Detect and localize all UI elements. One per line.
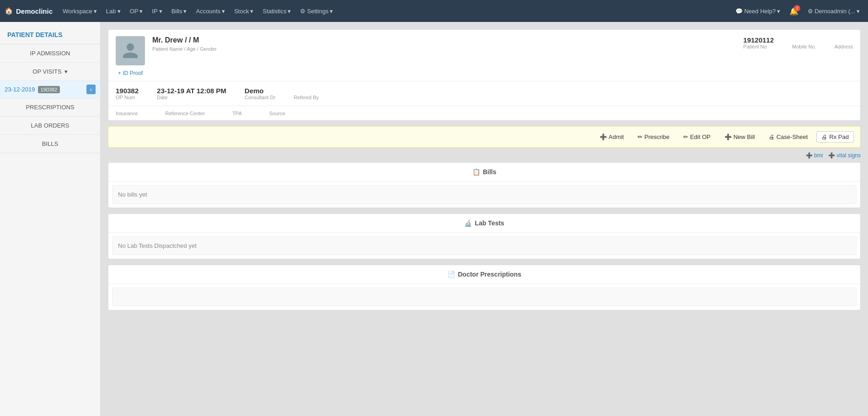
patient-right-info: 19120112 Patient No Mobile No. Address [743,36,853,49]
bills-title: Bills [483,168,497,176]
bills-icon: 📋 [472,168,480,176]
nav-bills-label: Bills [171,8,182,15]
chevron-down-icon: ▾ [159,8,162,15]
bills-empty: No bills yet [112,185,857,204]
consultant-label: Consultant Dr [245,95,275,100]
new-bill-button[interactable]: ➕ New Bill [719,131,760,143]
avatar [116,36,145,65]
info-reference-center: Reference Center [165,110,205,117]
nav-statistics[interactable]: Statistics ▾ [259,5,295,17]
admit-label: Admit [609,133,624,140]
sidebar-active-row[interactable]: 23-12-2019 190382 › [0,81,100,98]
id-proof-link[interactable]: + ID Proof [118,70,143,76]
gear-icon: ⚙ [808,8,813,15]
nav-stock-label: Stock [234,8,249,15]
bmi-label: bmi [814,152,823,159]
nav-right: 💬 Need Help? ▾ 🔔 2 ⚙ Demoadmin (... ▾ [732,5,863,17]
sidebar: PATIENT DETAILS IP ADMISSION OP VISITS ▾… [0,22,101,416]
vital-signs-link[interactable]: ➕ vital signs [828,152,861,159]
prescribe-button[interactable]: ✏ Prescribe [632,131,675,143]
insurance-label: Insurance [116,111,138,116]
mobile-no-value [792,36,816,44]
info-block-date: 23-12-19 AT 12:08 PM Date [157,87,226,100]
content: + ID Proof Mr. Drew / / M Patient Name /… [101,22,868,416]
nav-ip[interactable]: IP ▾ [148,5,166,17]
nav-op[interactable]: OP ▾ [126,5,147,17]
nav-lab-label: Lab [106,8,116,15]
lab-tests-section-title: 🔬 Lab Tests [108,214,860,233]
plus-icon: ➕ [724,133,732,140]
chevron-down-icon: ▾ [288,8,291,15]
info-block-mobile: Mobile No. [792,36,816,49]
info-block-address: Address [835,36,853,49]
edit-op-button[interactable]: ✏ Edit OP [678,131,716,143]
plus-icon: ➕ [828,152,835,159]
sidebar-item-ip-admission[interactable]: IP ADMISSION [0,44,100,63]
lab-icon: 🔬 [464,219,472,227]
nav-bills[interactable]: Bills ▾ [168,5,191,17]
lab-tests-section: 🔬 Lab Tests No Lab Tests Dispactched yet [108,213,861,259]
patient-info-main: Mr. Drew / / M Patient Name / Age / Gend… [152,36,736,52]
print-icon: 🖨 [821,133,827,140]
sidebar-bills-label: BILLS [42,140,58,147]
nav-settings[interactable]: ⚙ Settings ▾ [296,5,337,17]
chevron-down-icon: ▾ [183,8,187,15]
chevron-down-icon: ▾ [118,8,121,15]
sidebar-item-op-visits[interactable]: OP VISITS ▾ [0,63,100,81]
chevron-down-icon: ▾ [777,8,780,15]
brand[interactable]: 🏠 Democlinic [5,7,53,15]
mobile-no-label: Mobile No. [792,44,816,49]
nav-ip-label: IP [152,8,157,15]
prescriptions-title: Doctor Prescriptions [458,271,521,278]
admit-button[interactable]: ➕ Admit [595,131,629,143]
nav-workspace[interactable]: Workspace ▾ [59,5,101,17]
address-value [835,36,853,44]
patient-row3: Insurance Reference Center TPA Source [108,106,860,120]
rx-pad-label: Rx Pad [829,133,849,140]
vital-signs-label: vital signs [836,152,861,159]
pencil-icon: ✏ [683,133,688,140]
patient-no-value: 19120112 [743,36,774,44]
chat-icon: 💬 [735,8,743,15]
sidebar-item-bills[interactable]: BILLS [0,135,100,153]
sidebar-item-lab-orders[interactable]: LAB ORDERS [0,117,100,135]
nav-bell[interactable]: 🔔 2 [788,5,800,17]
document-icon: 📄 [447,271,455,278]
bmi-link[interactable]: ➕ bmi [806,152,823,159]
source-label: Source [269,111,285,116]
arrow-button[interactable]: › [86,85,96,94]
prescriptions-section-title: 📄 Doctor Prescriptions [108,265,860,284]
sidebar-item-prescriptions[interactable]: PRESCRIPTIONS [0,98,100,117]
nav-accounts-label: Accounts [196,8,220,15]
nav-user-label: Demoadmin (... [814,8,855,15]
nav-help-label: Need Help? [744,8,776,15]
prescriptions-section: 📄 Doctor Prescriptions [108,265,861,310]
sidebar-lab-orders-label: LAB ORDERS [31,122,70,129]
info-insurance: Insurance [116,110,138,117]
patient-name-label: Patient Name / Age / Gender [152,46,736,52]
case-sheet-button[interactable]: 🖨 Case-Sheet [764,131,813,143]
info-tpa: TPA [232,110,242,117]
print-icon: 🖨 [769,133,775,140]
info-block-patient-no: 19120112 Patient No [743,36,774,49]
date-label: Date [157,95,226,100]
chevron-down-icon: ▾ [139,8,143,15]
reference-center-label: Reference Center [165,111,205,116]
active-date: 23-12-2019 [5,86,35,93]
chevron-down-icon: ▾ [330,8,333,15]
rx-pad-button[interactable]: 🖨 Rx Pad [816,131,854,143]
patient-card: + ID Proof Mr. Drew / / M Patient Name /… [108,29,861,121]
active-num: 190382 [38,86,60,93]
prescriptions-empty [112,288,857,306]
nav-user[interactable]: ⚙ Demoadmin (... ▾ [804,5,863,17]
bills-section-title: 📋 Bills [108,163,860,181]
op-num-value: 190382 [116,87,139,95]
consultant-value: Demo [245,87,275,95]
nav-stock[interactable]: Stock ▾ [230,5,257,17]
nav-help[interactable]: 💬 Need Help? ▾ [732,5,784,17]
nav-accounts[interactable]: Accounts ▾ [192,5,228,17]
info-block-referred: Refered By [294,87,319,100]
nav-lab[interactable]: Lab ▾ [102,5,124,17]
vital-row: ➕ bmi ➕ vital signs [108,152,861,159]
pencil-icon: ✏ [638,133,643,140]
